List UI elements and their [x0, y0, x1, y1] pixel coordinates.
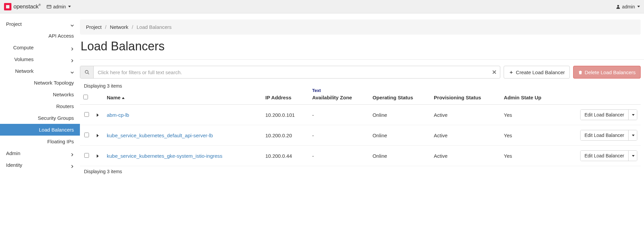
- sidebar-item-project[interactable]: Project: [0, 18, 80, 30]
- sidebar-label: Network: [6, 68, 50, 74]
- expand-row-icon[interactable]: [97, 154, 99, 158]
- search-wrap: ✕: [80, 66, 500, 79]
- delete-load-balancers-button[interactable]: Delete Load Balancers: [573, 66, 641, 79]
- row-action-dropdown[interactable]: [628, 130, 637, 140]
- expand-row-icon[interactable]: [97, 113, 99, 117]
- topbar: openstack® admin admin: [0, 0, 644, 13]
- row-action-split-button: Edit Load Balancer: [580, 130, 637, 141]
- svg-rect-0: [47, 5, 51, 8]
- search-input[interactable]: [94, 66, 489, 78]
- edit-load-balancer-button[interactable]: Edit Load Balancer: [581, 130, 628, 140]
- col-prov-status[interactable]: Provisioning Status: [430, 91, 501, 105]
- brand-logo[interactable]: openstack®: [4, 3, 41, 10]
- breadcrumb-project[interactable]: Project: [86, 24, 102, 30]
- sidebar-item-volumes[interactable]: Volumes: [0, 53, 80, 65]
- user-icon: [616, 4, 620, 9]
- lb-admin-up: Yes: [501, 146, 558, 166]
- domain-selector[interactable]: admin: [47, 4, 71, 9]
- lb-ip: 10.200.0.44: [262, 146, 309, 166]
- col-expand: [93, 91, 103, 105]
- caret-down-icon: [632, 114, 635, 116]
- domain-label: admin: [53, 4, 66, 9]
- col-ip[interactable]: IP Address: [262, 91, 309, 105]
- col-op-status[interactable]: Operating Status: [369, 91, 430, 105]
- sidebar-label: Identity: [6, 162, 22, 168]
- sidebar-item-network[interactable]: Network: [0, 65, 80, 77]
- sort-asc-icon: [122, 97, 125, 99]
- lb-ip: 10.200.0.20: [262, 125, 309, 146]
- sidebar-item-networks[interactable]: Networks: [0, 89, 80, 100]
- col-name[interactable]: Name: [103, 91, 262, 105]
- lb-az: -: [309, 146, 369, 166]
- row-checkbox[interactable]: [84, 153, 89, 158]
- breadcrumb-sep: /: [105, 24, 106, 30]
- trash-icon: [578, 70, 583, 75]
- caret-down-icon: [637, 6, 640, 7]
- row-checkbox[interactable]: [84, 112, 89, 117]
- lb-admin-up: Yes: [501, 105, 558, 125]
- sidebar-item-admin[interactable]: Admin: [0, 147, 80, 159]
- lb-op-status: Online: [369, 105, 430, 125]
- sidebar-item-routers[interactable]: Routers: [0, 100, 80, 112]
- openstack-logo-icon: [4, 3, 11, 10]
- topbar-left: openstack® admin: [4, 3, 71, 10]
- svg-point-3: [85, 70, 88, 74]
- edit-load-balancer-button[interactable]: Edit Load Balancer: [581, 151, 628, 161]
- breadcrumb-sep: /: [132, 24, 133, 30]
- edit-load-balancer-button[interactable]: Edit Load Balancer: [581, 110, 628, 120]
- page-title: Load Balancers: [80, 39, 644, 53]
- sidebar-label: Admin: [6, 150, 20, 156]
- sidebar-item-identity[interactable]: Identity: [0, 159, 80, 171]
- search-clear-icon[interactable]: ✕: [489, 66, 500, 78]
- lb-op-status: Online: [369, 125, 430, 146]
- caret-down-icon: [632, 135, 635, 136]
- create-load-balancer-button[interactable]: ＋ Create Load Balancer: [504, 66, 570, 79]
- chevron-right-icon: [71, 46, 74, 49]
- sidebar-item-security-groups[interactable]: Security Groups: [0, 112, 80, 124]
- table-row: kube_service_kubernetes_gke-system_istio…: [80, 146, 641, 166]
- lb-name-link[interactable]: abm-cp-lb: [107, 112, 129, 118]
- expand-row-icon[interactable]: [97, 134, 99, 137]
- sidebar-item-compute[interactable]: Compute: [0, 42, 80, 53]
- display-count-bottom: Displaying 3 items: [84, 169, 644, 174]
- breadcrumb: Project / Network / Load Balancers: [80, 19, 641, 35]
- svg-point-2: [617, 5, 619, 6]
- content: Project / Network / Load Balancers Load …: [80, 13, 644, 176]
- row-action-dropdown[interactable]: [628, 110, 637, 120]
- row-action-dropdown[interactable]: [628, 151, 637, 161]
- lb-prov-status: Active: [430, 105, 501, 125]
- sidebar-item-load-balancers[interactable]: Load Balancers: [0, 124, 80, 136]
- plus-icon: ＋: [509, 69, 514, 76]
- sidebar-item-api-access[interactable]: API Access: [0, 30, 80, 42]
- select-all-checkbox[interactable]: [83, 95, 88, 99]
- col-admin-up[interactable]: Admin State Up: [501, 91, 558, 105]
- lb-name-link[interactable]: kube_service_kubernetes_gke-system_istio…: [107, 153, 222, 159]
- toolbar: ✕ ＋ Create Load Balancer Delete Load Bal…: [80, 66, 644, 79]
- lb-prov-status: Active: [430, 125, 501, 146]
- breadcrumb-current: Load Balancers: [137, 24, 172, 30]
- table-row: abm-cp-lb10.200.0.101-OnlineActiveYesEdi…: [80, 105, 641, 125]
- caret-down-icon: [68, 6, 71, 7]
- sidebar-item-floating-ips[interactable]: Floating IPs: [0, 136, 80, 147]
- user-menu[interactable]: admin: [616, 4, 640, 9]
- lb-ip: 10.200.0.101: [262, 105, 309, 125]
- lb-name-link[interactable]: kube_service_kubernetes_default_api-serv…: [107, 133, 213, 138]
- chevron-down-icon: [71, 22, 74, 26]
- chevron-right-icon: [71, 163, 74, 167]
- domain-icon: [47, 4, 51, 9]
- lb-admin-up: Yes: [501, 125, 558, 146]
- lb-prov-status: Active: [430, 146, 501, 166]
- search-icon: [80, 66, 94, 78]
- row-action-split-button: Edit Load Balancer: [580, 109, 637, 120]
- sidebar-item-network-topology[interactable]: Network Topology: [0, 77, 80, 89]
- chevron-right-icon: [71, 152, 74, 155]
- display-count-top: Displaying 3 items: [84, 83, 644, 89]
- col-az[interactable]: Text Availability Zone: [309, 91, 369, 105]
- chevron-down-icon: [71, 69, 74, 73]
- breadcrumb-network[interactable]: Network: [110, 24, 128, 30]
- caret-down-icon: [632, 155, 635, 157]
- row-checkbox[interactable]: [84, 133, 89, 137]
- user-label: admin: [622, 4, 635, 9]
- col-select-all: [80, 91, 93, 105]
- sidebar-label: Project: [6, 21, 22, 27]
